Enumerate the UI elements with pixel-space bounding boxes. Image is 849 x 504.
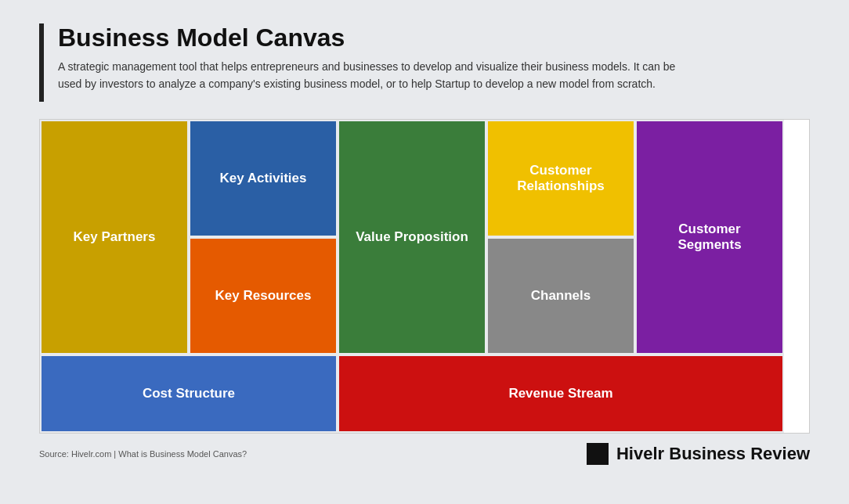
header-text: Business Model Canvas A strategic manage… [58,23,700,92]
cell-key-partners: Key Partners [40,120,189,355]
cell-customer-relationships: Customer Relationships [486,120,635,237]
header-description: A strategic management tool that helps e… [58,59,700,92]
page-title: Business Model Canvas [58,23,700,52]
header-bar [39,23,44,102]
footer-source: Source: Hivelr.com | What is Business Mo… [39,449,247,459]
cell-channels: Channels [486,237,635,355]
cell-revenue-stream: Revenue Stream [338,355,784,433]
page: Business Model Canvas A strategic manage… [0,0,849,504]
footer-brand: Hivelr Business Review [587,443,810,465]
header: Business Model Canvas A strategic manage… [39,23,810,102]
canvas-grid: Key Partners Key Activities Value Propos… [40,120,809,433]
cell-cost-structure: Cost Structure [40,355,338,433]
footer: Source: Hivelr.com | What is Business Mo… [39,443,810,465]
cell-customer-segments: Customer Segments [635,120,784,355]
cell-value-proposition: Value Proposition [338,120,486,355]
brand-name: Hivelr Business Review [616,444,810,464]
cell-key-activities: Key Activities [189,120,338,237]
cell-key-resources: Key Resources [189,237,338,355]
brand-box-icon [587,443,609,465]
canvas-container: Key Partners Key Activities Value Propos… [39,119,810,434]
